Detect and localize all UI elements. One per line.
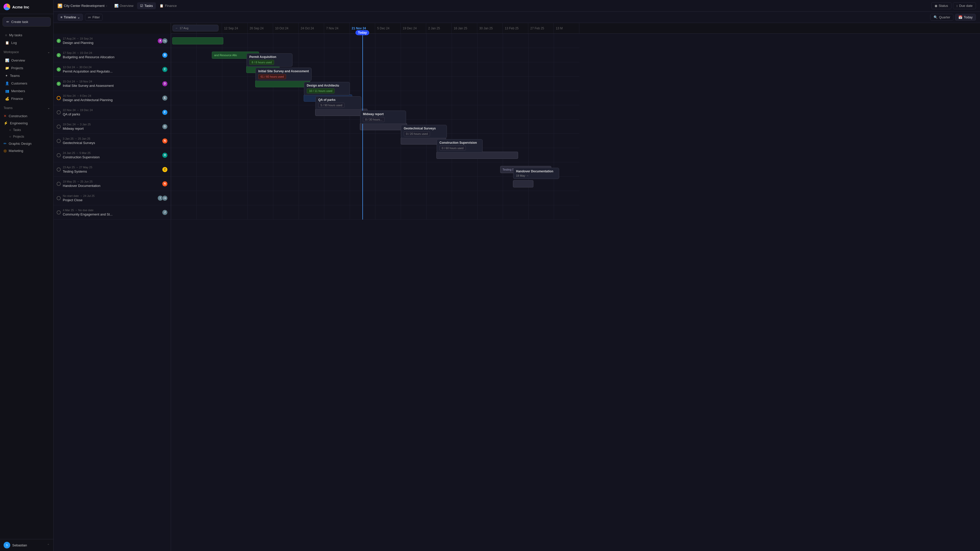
task-avatars: F <box>163 110 168 115</box>
quarter-btn[interactable]: 🔍 Quarter <box>930 14 953 21</box>
grid-line <box>171 205 171 219</box>
sidebar-item-marketing[interactable]: ◎ Marketing <box>0 147 53 154</box>
task-row[interactable]: No start date → 24 Jul 25 Project Close … <box>54 191 171 205</box>
breadcrumb-arrow: › <box>106 4 107 8</box>
construction-icon: ✕ <box>3 114 6 118</box>
grid-line <box>171 48 171 62</box>
task-row[interactable]: 3 Jan 25 → 25 Jan 25 Geotechnical Survey… <box>54 134 171 148</box>
customers-label: Customers <box>11 81 27 85</box>
timeline-area[interactable]: 15 Aug 2429 Aug 2412 Sep 2426 Sep 2410 O… <box>171 23 980 551</box>
workspace-header: Workspace ⌄ <box>0 48 53 55</box>
bar-tooltip: Midway report 0 / 30 hours... <box>360 111 406 124</box>
grid-line <box>426 48 426 62</box>
grid-line <box>452 91 452 105</box>
timeline-body: Today ← 17 Aug and Resource Allo Permit … <box>171 34 579 220</box>
sidebar-item-members[interactable]: 👥 Members <box>2 87 52 95</box>
task-row[interactable]: 24 Jan 25 → 5 Mar 25 Construction Superv… <box>54 148 171 162</box>
teams-collapse-icon[interactable]: ⌄ <box>48 107 50 110</box>
search-icon: 🔍 <box>934 15 938 19</box>
task-row[interactable]: 12 Oct 24 → 30 Oct 24 Permit Acquisition… <box>54 62 171 76</box>
grid-line <box>452 205 452 219</box>
sidebar-item-teams[interactable]: ✦ Teams <box>2 72 52 80</box>
task-info: 3 Jan 25 → 25 Jan 25 Geotechnical Survey… <box>63 137 161 145</box>
gantt-bar[interactable]: Midway report 0 / 30 hours... <box>360 123 407 130</box>
sidebar-item-engineering-projects[interactable]: ○ Projects <box>0 133 53 140</box>
create-task-button[interactable]: ✏ Create task <box>3 17 51 27</box>
gantt-bar[interactable]: Handover Documentation 19 May → <box>513 180 533 188</box>
task-row[interactable]: 17 Aug 24 → 19 Sep 24 Design and Plannin… <box>54 34 171 48</box>
sidebar-item-log[interactable]: 📋 Log <box>2 39 52 46</box>
sidebar-item-mytasks[interactable]: ○ My tasks <box>2 32 52 39</box>
gantt-bar[interactable]: QA of parks 5 / 90 hours used <box>315 109 368 116</box>
teams-nav: ✕ Construction ⚡ Engineering ○ Tasks ○ P… <box>0 111 53 156</box>
grid-line <box>452 62 452 76</box>
tasks-tab-icon: ☑ <box>140 4 143 8</box>
sidebar-item-engineering-tasks[interactable]: ○ Tasks <box>0 127 53 133</box>
graphic-design-icon: ✏ <box>3 142 6 145</box>
engineering-label: Engineering <box>10 121 27 125</box>
task-row[interactable]: 4 Mar 25 → No due date Community Engagem… <box>54 205 171 220</box>
sidebar-item-customers[interactable]: 👤 Customers <box>2 80 52 87</box>
grid-line <box>477 162 477 177</box>
task-name: Midway report <box>63 127 161 131</box>
grid-line <box>452 76 452 91</box>
grid-line <box>324 191 325 205</box>
mytasks-label: My tasks <box>9 33 22 37</box>
avatar: C <box>162 67 168 72</box>
grid-line <box>401 148 401 162</box>
task-row[interactable]: 19 Dec 24 → 3 Jan 25 Midway report G <box>54 119 171 134</box>
sidebar-item-engineering[interactable]: ⚡ Engineering <box>0 119 53 127</box>
sidebar-item-projects[interactable]: 📁 Projects <box>2 64 52 72</box>
task-row[interactable]: 19 May 25 → 25 Jun 25 Handover Documenta… <box>54 177 171 191</box>
timeline-btn[interactable]: ≡ Timeline ⌄ <box>58 14 83 21</box>
arrow-icon: → <box>526 174 529 177</box>
grid-line <box>375 48 375 62</box>
user-profile[interactable]: S Sebastian ⌃ <box>0 539 53 551</box>
app-logo[interactable]: Acme Inc <box>0 0 53 14</box>
tasks-sub-label: Tasks <box>13 128 21 132</box>
grid-line <box>426 191 426 205</box>
finance-label: Finance <box>11 97 23 100</box>
due-date-btn[interactable]: ↕ Due date <box>953 2 976 9</box>
grid-line <box>477 119 477 134</box>
grid-line <box>401 162 401 177</box>
grid-line <box>426 105 426 119</box>
task-row[interactable]: 15 Oct 24 → 18 Nov 24 Initial Site Surve… <box>54 76 171 91</box>
sidebar-item-overview[interactable]: 📊 Overview <box>2 57 52 64</box>
grid-line <box>426 148 426 162</box>
task-avatars: B <box>163 53 168 58</box>
sidebar: Acme Inc ✏ Create task ○ My tasks 📋 Log … <box>0 0 54 551</box>
today-badge: Today <box>355 30 369 35</box>
grid-line <box>350 34 350 48</box>
task-row[interactable]: 23 Apr 25 → 27 May 25 Testing Systems Z <box>54 162 171 177</box>
main-nav: ○ My tasks 📋 Log <box>0 30 53 48</box>
task-row[interactable]: 17 Sep 24 → 15 Oct 24 Budgeting and Reso… <box>54 48 171 62</box>
today-btn[interactable]: 📅 Today <box>955 14 976 21</box>
task-row[interactable]: 16 Nov 24 → 8 Dec 24 Design and Architec… <box>54 91 171 105</box>
tab-finance[interactable]: 📋 Finance <box>156 2 180 9</box>
grid-line <box>452 177 452 191</box>
sidebar-item-construction[interactable]: ✕ Construction <box>0 112 53 119</box>
filter-btn[interactable]: ≔ Filter <box>85 14 103 21</box>
sidebar-item-graphic-design[interactable]: ✏ Graphic Design <box>0 140 53 147</box>
task-dates: 12 Oct 24 → 30 Oct 24 <box>63 65 161 68</box>
projects-sub-icon: ○ <box>9 135 11 139</box>
grid-line <box>171 134 171 148</box>
gantt-bar[interactable]: Initial Site Survey and Assessment 61 / … <box>255 80 310 87</box>
workspace-collapse-icon[interactable]: ⌄ <box>48 51 50 54</box>
task-dates: 22 Nov 24 → 19 Dec 24 <box>63 108 161 111</box>
gantt-bar[interactable]: ← 17 Aug <box>172 37 223 45</box>
tab-overview[interactable]: 📊 Overview <box>111 2 137 9</box>
finance-tab-label: Finance <box>165 4 177 8</box>
timeline-row: Midway report 0 / 30 hours... <box>171 119 579 134</box>
tab-tasks[interactable]: ☑ Tasks <box>137 2 156 9</box>
task-row[interactable]: 22 Nov 24 → 19 Dec 24 QA of parks F <box>54 105 171 119</box>
grid-line <box>426 162 426 177</box>
gantt-bar[interactable]: Construction Supervision 0 / 60 hours us… <box>436 152 518 159</box>
sidebar-item-finance[interactable]: 💰 Finance <box>2 95 52 102</box>
grid-line <box>299 148 299 162</box>
grid-line <box>477 105 477 119</box>
avatar: Z <box>162 167 168 172</box>
grid-line <box>401 62 401 76</box>
status-filter-btn[interactable]: ◉ Status <box>931 2 951 9</box>
